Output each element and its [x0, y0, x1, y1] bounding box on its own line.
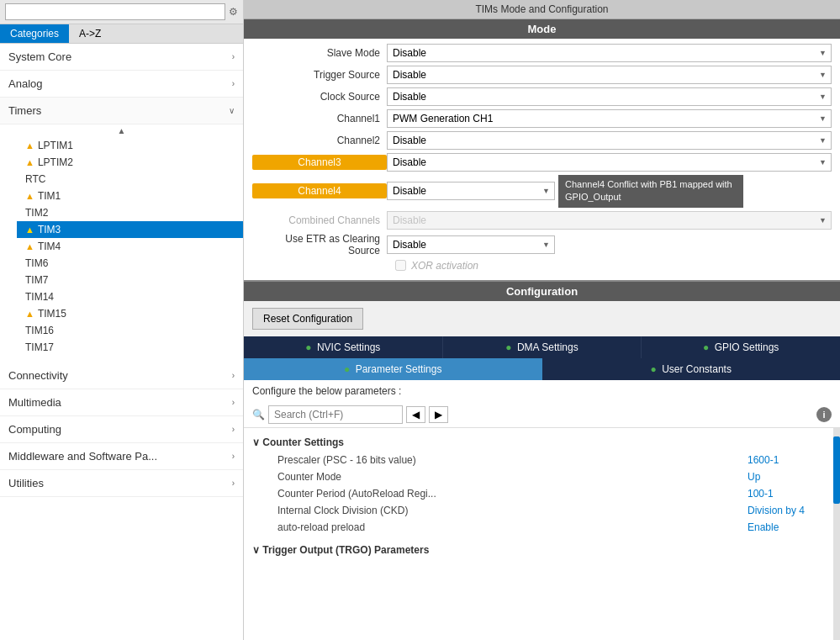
etr-select[interactable]: Disable	[387, 235, 555, 254]
param-value: Enable	[748, 521, 832, 533]
chevron-down-icon: ∨	[229, 106, 235, 115]
counter-settings-header[interactable]: ∨ Counter Settings	[252, 433, 832, 452]
scrollbar-track[interactable]	[833, 428, 840, 640]
timer-item-tim4[interactable]: ▲ TIM4	[17, 238, 243, 255]
config-section-header: Configuration	[244, 282, 840, 301]
timer-item-tim16[interactable]: TIM16	[17, 322, 243, 339]
search-input[interactable]	[268, 405, 403, 424]
warning-icon: ▲	[25, 309, 34, 319]
tab-gpio-settings[interactable]: ● GPIO Settings	[642, 336, 840, 358]
clock-source-label: Clock Source	[252, 91, 387, 103]
settings-icon[interactable]: ⚙	[229, 6, 238, 18]
timer-item-tim1[interactable]: ▲ TIM1	[17, 188, 243, 204]
chevron-right-icon: ›	[232, 79, 235, 88]
mode-row-channel3: Channel3 Disable	[252, 153, 832, 172]
config-description: Configure the below parameters :	[244, 380, 840, 402]
sidebar-item-timers[interactable]: Timers ∨	[0, 98, 243, 124]
nav-prev-button[interactable]: ◀	[406, 406, 425, 423]
channel2-select[interactable]: Disable	[387, 131, 832, 150]
sidebar-list: System Core › Analog › Timers ∨ ▲ ▲ LPTI…	[0, 44, 243, 640]
channel4-select-wrapper: Disable	[387, 182, 555, 200]
tab-nvic-settings[interactable]: ● NVIC Settings	[244, 336, 443, 358]
warning-icon: ▲	[25, 225, 34, 235]
chevron-right-icon: ›	[232, 371, 235, 380]
channel3-label: Channel3	[252, 155, 387, 170]
channel2-select-wrapper: Disable	[387, 131, 832, 150]
combined-channels-select[interactable]: Disable	[387, 211, 832, 230]
channel3-select[interactable]: Disable	[387, 153, 832, 172]
timer-item-tim15[interactable]: ▲ TIM15	[17, 305, 243, 322]
channel1-select-wrapper: PWM Generation CH1	[387, 109, 832, 128]
timer-item-label: LPTIM1	[38, 140, 73, 151]
mode-table: Slave Mode Disable Trigger Source Disabl…	[244, 39, 840, 280]
param-value: Up	[748, 471, 832, 483]
mode-row-slave: Slave Mode Disable	[252, 44, 832, 62]
timer-item-tim17[interactable]: TIM17	[17, 339, 243, 356]
chevron-right-icon: ›	[232, 479, 235, 488]
timer-item-tim6[interactable]: TIM6	[17, 255, 243, 272]
xor-checkbox[interactable]	[395, 260, 406, 271]
timer-item-label: TIM6	[25, 257, 48, 269]
warning-icon: ▲	[25, 191, 34, 201]
timer-item-tim14[interactable]: TIM14	[17, 288, 243, 305]
mode-row-trigger: Trigger Source Disable	[252, 66, 832, 84]
timer-item-label: TIM2	[25, 207, 48, 219]
collapse-icon: ∨	[252, 544, 262, 556]
sidebar-item-middleware[interactable]: Middleware and Software Pa... ›	[0, 443, 243, 470]
sidebar-item-system-core[interactable]: System Core ›	[0, 44, 243, 71]
tab-categories[interactable]: Categories	[0, 24, 69, 43]
tab-dma-settings[interactable]: ● DMA Settings	[443, 336, 642, 358]
timer-item-lptim2[interactable]: ▲ LPTIM2	[17, 154, 243, 171]
timer-item-label: TIM1	[38, 190, 61, 202]
timer-item-lptim1[interactable]: ▲ LPTIM1	[17, 137, 243, 154]
timer-item-rtc[interactable]: RTC	[17, 171, 243, 188]
timer-item-tim2[interactable]: TIM2	[17, 204, 243, 221]
sidebar-tabs: Categories A->Z	[0, 24, 243, 44]
sidebar-item-label: Multimedia	[8, 396, 61, 409]
sidebar-search-bar: ⚙	[0, 0, 243, 24]
param-value: 100-1	[748, 488, 832, 500]
tab-user-constants[interactable]: ● User Constants	[542, 358, 841, 380]
mode-row-clock: Clock Source Disable	[252, 87, 832, 106]
xor-label: XOR activation	[411, 260, 478, 272]
slave-mode-label: Slave Mode	[252, 47, 387, 59]
warning-icon: ▲	[25, 157, 34, 167]
param-row-ckd: Internal Clock Division (CKD) Division b…	[252, 502, 832, 519]
slave-mode-select-wrapper: Disable	[387, 44, 832, 62]
timer-items-list: ▲ LPTIM1 ▲ LPTIM2 RTC ▲ TIM1 TIM2 ▲ TIM3	[0, 137, 243, 356]
config-section: Configuration Reset Configuration ● NVIC…	[244, 282, 840, 640]
channel1-label: Channel1	[252, 113, 387, 124]
channel3-select-wrapper: Disable	[387, 153, 832, 172]
tab-label: User Constants	[662, 363, 732, 375]
sidebar-item-multimedia[interactable]: Multimedia ›	[0, 389, 243, 416]
tab-parameter-settings[interactable]: ● Parameter Settings	[244, 358, 542, 380]
channel4-select[interactable]: Disable	[387, 182, 555, 200]
timer-item-tim7[interactable]: TIM7	[17, 272, 243, 288]
tab-label: Parameter Settings	[356, 363, 442, 375]
trgo-params-header[interactable]: ∨ Trigger Output (TRGO) Parameters	[252, 541, 832, 559]
mode-section-header: Mode	[244, 19, 840, 39]
trigger-source-select[interactable]: Disable	[387, 66, 832, 84]
sidebar-item-utilities[interactable]: Utilities ›	[0, 470, 243, 497]
sidebar-item-label: Utilities	[8, 477, 44, 489]
info-icon[interactable]: i	[816, 407, 832, 422]
sidebar-item-connectivity[interactable]: Connectivity ›	[0, 362, 243, 389]
etr-select-wrapper: Disable	[387, 235, 555, 254]
green-dot-icon: ●	[703, 341, 709, 353]
tab-atoz[interactable]: A->Z	[69, 24, 111, 43]
timer-item-label: RTC	[25, 173, 45, 185]
timer-item-label: TIM17	[25, 341, 54, 353]
channel1-select[interactable]: PWM Generation CH1	[387, 109, 832, 128]
slave-mode-select[interactable]: Disable	[387, 44, 832, 62]
sidebar-item-label: Middleware and Software Pa...	[8, 450, 157, 463]
sidebar-search-input[interactable]	[5, 3, 225, 20]
clock-source-select[interactable]: Disable	[387, 87, 832, 106]
timer-item-label: LPTIM2	[38, 156, 73, 168]
sidebar-item-computing[interactable]: Computing ›	[0, 416, 243, 443]
scrollbar-thumb[interactable]	[833, 436, 840, 504]
sidebar-item-analog[interactable]: Analog ›	[0, 71, 243, 98]
param-row-prescaler: Prescaler (PSC - 16 bits value) 1600-1	[252, 452, 832, 468]
timer-item-tim3[interactable]: ▲ TIM3	[17, 221, 243, 238]
reset-config-button[interactable]: Reset Configuration	[252, 308, 363, 330]
nav-next-button[interactable]: ▶	[429, 406, 448, 423]
